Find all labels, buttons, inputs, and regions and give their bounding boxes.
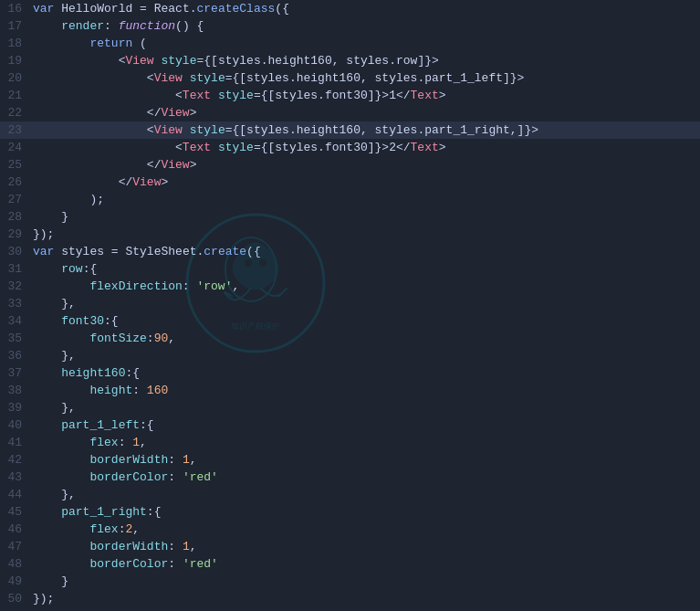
- code-line-27: 27 );: [0, 191, 700, 208]
- line-number: 19: [0, 52, 33, 69]
- code-content: );: [33, 191, 104, 208]
- code-content: </View>: [33, 156, 196, 174]
- code-line-24: 24 <Text style={[styles.font30]}>2</Text…: [0, 139, 700, 156]
- code-line-26: 26 </View>: [0, 174, 700, 191]
- code-content: </View>: [33, 104, 196, 121]
- code-line-23: 23 <View style={[styles.height160, style…: [0, 121, 700, 139]
- code-content: </View>: [33, 174, 168, 191]
- code-content: borderColor: 'red': [33, 469, 218, 486]
- line-number: 18: [0, 35, 33, 52]
- line-number: 28: [0, 208, 33, 226]
- line-number: 45: [0, 503, 33, 521]
- line-number: 25: [0, 156, 33, 174]
- line-number: 41: [0, 434, 33, 451]
- code-content: borderWidth: 1,: [33, 451, 197, 469]
- code-line-49: 49 }: [0, 573, 700, 590]
- code-content: row:{: [33, 260, 97, 278]
- code-line-16: 16 var HelloWorld = React.createClass({: [0, 0, 700, 17]
- code-content: flex:2,: [33, 521, 140, 538]
- line-number: 30: [0, 243, 33, 260]
- code-line-41: 41 flex: 1,: [0, 434, 700, 451]
- code-line-19: 19 <View style={[styles.height160, style…: [0, 52, 700, 69]
- line-number: 33: [0, 295, 33, 312]
- line-number: 43: [0, 469, 33, 486]
- line-number: 36: [0, 347, 33, 364]
- line-number: 34: [0, 312, 33, 330]
- line-number: 47: [0, 538, 33, 555]
- code-content: },: [33, 347, 76, 364]
- code-content: }: [33, 573, 68, 590]
- code-content: part_1_right:{: [33, 503, 161, 521]
- code-line-44: 44 },: [0, 486, 700, 503]
- line-number: 49: [0, 573, 33, 590]
- code-content: }: [33, 208, 68, 226]
- code-content: <Text style={[styles.font30]}>2</Text>: [33, 139, 446, 156]
- code-content: },: [33, 486, 76, 503]
- code-content: height: 160: [33, 382, 168, 399]
- code-line-42: 42 borderWidth: 1,: [0, 451, 700, 469]
- code-editor: 16 var HelloWorld = React.createClass({ …: [0, 0, 700, 611]
- code-line-22: 22 </View>: [0, 104, 700, 121]
- code-line-30: 30 var styles = StyleSheet.create({: [0, 243, 700, 260]
- line-number: 29: [0, 226, 33, 243]
- line-number: 32: [0, 278, 33, 295]
- line-number: 38: [0, 382, 33, 399]
- code-line-33: 33 },: [0, 295, 700, 312]
- code-content: font30:{: [33, 312, 119, 330]
- line-number: 27: [0, 191, 33, 208]
- line-number: 48: [0, 555, 33, 573]
- code-content: var HelloWorld = React.createClass({: [33, 0, 289, 17]
- code-line-50: 50 });: [0, 590, 700, 607]
- line-number: 44: [0, 486, 33, 503]
- code-content: flex: 1,: [33, 434, 147, 451]
- code-content: <View style={[styles.height160, styles.p…: [33, 69, 524, 87]
- code-content: render: function() {: [33, 17, 204, 35]
- code-line-43: 43 borderColor: 'red': [0, 469, 700, 486]
- code-content: <View style={[styles.height160, styles.p…: [33, 121, 538, 139]
- line-number: 50: [0, 590, 33, 607]
- line-number: 24: [0, 139, 33, 156]
- code-content: fontSize:90,: [33, 330, 175, 347]
- code-content: borderWidth: 1,: [33, 538, 197, 555]
- code-content: borderColor: 'red': [33, 555, 218, 573]
- code-line-32: 32 flexDirection: 'row',: [0, 278, 700, 295]
- code-content: },: [33, 399, 76, 416]
- line-number: 26: [0, 174, 33, 191]
- line-number: 17: [0, 17, 33, 35]
- code-line-35: 35 fontSize:90,: [0, 330, 700, 347]
- code-line-17: 17 render: function() {: [0, 17, 700, 35]
- code-line-45: 45 part_1_right:{: [0, 503, 700, 521]
- code-line-37: 37 height160:{: [0, 364, 700, 382]
- line-number: 35: [0, 330, 33, 347]
- line-number: 42: [0, 451, 33, 469]
- code-line-40: 40 part_1_left:{: [0, 416, 700, 434]
- code-line-28: 28 }: [0, 208, 700, 226]
- line-number: 22: [0, 104, 33, 121]
- code-line-34: 34 font30:{: [0, 312, 700, 330]
- code-line-21: 21 <Text style={[styles.font30]}>1</Text…: [0, 87, 700, 104]
- code-line-36: 36 },: [0, 347, 700, 364]
- code-content: var styles = StyleSheet.create({: [33, 243, 261, 260]
- code-line-47: 47 borderWidth: 1,: [0, 538, 700, 555]
- code-line-25: 25 </View>: [0, 156, 700, 174]
- line-number: 23: [0, 121, 33, 139]
- code-line-29: 29 });: [0, 226, 700, 243]
- code-content: });: [33, 226, 54, 243]
- code-content: },: [33, 295, 76, 312]
- line-number: 39: [0, 399, 33, 416]
- code-line-38: 38 height: 160: [0, 382, 700, 399]
- code-content: height160:{: [33, 364, 140, 382]
- code-content: flexDirection: 'row',: [33, 278, 239, 295]
- code-line-48: 48 borderColor: 'red': [0, 555, 700, 573]
- line-number: 40: [0, 416, 33, 434]
- line-number: 46: [0, 521, 33, 538]
- code-content: });: [33, 590, 54, 607]
- code-line-18: 18 return (: [0, 35, 700, 52]
- code-content: part_1_left:{: [33, 416, 154, 434]
- code-line-39: 39 },: [0, 399, 700, 416]
- code-line-20: 20 <View style={[styles.height160, style…: [0, 69, 700, 87]
- code-content: <View style={[styles.height160, styles.r…: [33, 52, 439, 69]
- code-line-31: 31 row:{: [0, 260, 700, 278]
- code-line-46: 46 flex:2,: [0, 521, 700, 538]
- code-content: <Text style={[styles.font30]}>1</Text>: [33, 87, 446, 104]
